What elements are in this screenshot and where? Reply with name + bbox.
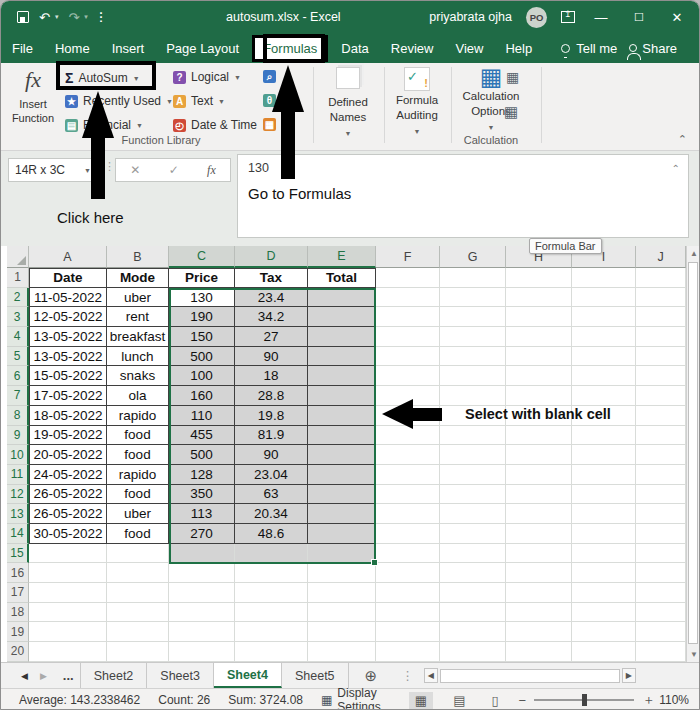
redo-caret-icon[interactable]: ▾: [84, 13, 88, 21]
cell-J17[interactable]: [636, 583, 686, 603]
cell-I1[interactable]: [572, 268, 636, 288]
cell-E7[interactable]: [308, 386, 376, 406]
vertical-scroll-thumb[interactable]: [688, 262, 698, 644]
column-header-D[interactable]: D: [235, 246, 308, 268]
cell-H19[interactable]: [506, 622, 572, 642]
maximize-button[interactable]: ☐: [627, 11, 651, 24]
cell-J2[interactable]: [636, 288, 686, 308]
cell-E12[interactable]: [308, 485, 376, 505]
cell-G13[interactable]: [440, 504, 506, 524]
cell-G19[interactable]: [440, 622, 506, 642]
cell-F1[interactable]: [376, 268, 440, 288]
cell-F5[interactable]: [376, 347, 440, 367]
cell-I18[interactable]: [572, 603, 636, 623]
cell-B1[interactable]: Mode: [107, 268, 169, 288]
tell-me-button[interactable]: Tell me: [561, 41, 617, 56]
cell-H3[interactable]: [506, 307, 572, 327]
cell-F15[interactable]: [376, 544, 440, 564]
row-header-6[interactable]: 6: [7, 366, 29, 386]
cell-E5[interactable]: [308, 347, 376, 367]
cell-H15[interactable]: [506, 544, 572, 564]
row-header-4[interactable]: 4: [7, 327, 29, 347]
scroll-left-icon[interactable]: ◀: [424, 668, 438, 683]
cell-I17[interactable]: [572, 583, 636, 603]
cell-I11[interactable]: [572, 465, 636, 485]
cell-A6[interactable]: 15-05-2022: [29, 366, 107, 386]
tab-view[interactable]: View: [444, 36, 494, 61]
cell-C14[interactable]: 270: [169, 524, 235, 544]
minimize-button[interactable]: —: [589, 10, 613, 25]
cell-J1[interactable]: [636, 268, 686, 288]
collapse-formula-bar-icon[interactable]: ⌃: [672, 163, 680, 174]
cell-C7[interactable]: 160: [169, 386, 235, 406]
cell-E20[interactable]: [308, 642, 376, 662]
cell-H10[interactable]: [506, 445, 572, 465]
share-button[interactable]: Share: [629, 41, 677, 56]
cell-E17[interactable]: [308, 583, 376, 603]
cell-D19[interactable]: [235, 622, 308, 642]
cell-F4[interactable]: [376, 327, 440, 347]
column-header-G[interactable]: G: [440, 246, 506, 268]
cell-D14[interactable]: 48.6: [235, 524, 308, 544]
cell-H17[interactable]: [506, 583, 572, 603]
cell-G16[interactable]: [440, 563, 506, 583]
cell-C10[interactable]: 500: [169, 445, 235, 465]
cell-E3[interactable]: [308, 307, 376, 327]
cell-I13[interactable]: [572, 504, 636, 524]
row-header-15[interactable]: 15: [7, 544, 29, 564]
customize-qat-icon[interactable]: ᎒: [98, 11, 105, 24]
cell-H9[interactable]: [506, 426, 572, 446]
cell-C19[interactable]: [169, 622, 235, 642]
cell-E15[interactable]: [308, 544, 376, 564]
column-header-J[interactable]: J: [636, 246, 686, 268]
tab-data[interactable]: Data: [330, 36, 379, 61]
cell-E10[interactable]: [308, 445, 376, 465]
scroll-right-icon[interactable]: ▶: [622, 668, 636, 683]
cell-C20[interactable]: [169, 642, 235, 662]
row-header-3[interactable]: 3: [7, 307, 29, 327]
cell-A14[interactable]: 30-05-2022: [29, 524, 107, 544]
cell-B11[interactable]: rapido: [107, 465, 169, 485]
cell-B18[interactable]: [107, 603, 169, 623]
cell-D13[interactable]: 20.34: [235, 504, 308, 524]
logical-button[interactable]: ? Logical▼: [173, 70, 241, 84]
cell-J9[interactable]: [636, 426, 686, 446]
cell-J20[interactable]: [636, 642, 686, 662]
horizontal-scroll-thumb[interactable]: [440, 669, 620, 683]
tab-help[interactable]: Help: [494, 36, 543, 61]
cell-J5[interactable]: [636, 347, 686, 367]
cell-D1[interactable]: Tax: [235, 268, 308, 288]
cell-D9[interactable]: 81.9: [235, 426, 308, 446]
cell-E8[interactable]: [308, 406, 376, 426]
cell-D20[interactable]: [235, 642, 308, 662]
cell-F18[interactable]: [376, 603, 440, 623]
insert-function-fx-icon[interactable]: fx: [207, 163, 216, 178]
cell-C6[interactable]: 100: [169, 366, 235, 386]
cell-G14[interactable]: [440, 524, 506, 544]
cell-F17[interactable]: [376, 583, 440, 603]
cell-E19[interactable]: [308, 622, 376, 642]
cell-J7[interactable]: [636, 386, 686, 406]
cell-G2[interactable]: [440, 288, 506, 308]
cell-D12[interactable]: 63: [235, 485, 308, 505]
cell-G9[interactable]: [440, 426, 506, 446]
cell-A10[interactable]: 20-05-2022: [29, 445, 107, 465]
cell-B2[interactable]: uber: [107, 288, 169, 308]
cell-H12[interactable]: [506, 485, 572, 505]
cell-G7[interactable]: [440, 386, 506, 406]
cell-D16[interactable]: [235, 563, 308, 583]
cell-B6[interactable]: snaks: [107, 366, 169, 386]
cell-E11[interactable]: [308, 465, 376, 485]
cell-E13[interactable]: [308, 504, 376, 524]
cell-C9[interactable]: 455: [169, 426, 235, 446]
collapse-ribbon-icon[interactable]: ⌃: [678, 133, 687, 146]
add-sheet-button[interactable]: ⊕: [349, 663, 394, 688]
page-break-view-button[interactable]: ▯: [485, 692, 504, 709]
cell-B10[interactable]: food: [107, 445, 169, 465]
cell-E1[interactable]: Total: [308, 268, 376, 288]
cell-F19[interactable]: [376, 622, 440, 642]
cell-F16[interactable]: [376, 563, 440, 583]
cell-J16[interactable]: [636, 563, 686, 583]
tab-file[interactable]: File: [1, 36, 44, 61]
zoom-slider[interactable]: [582, 694, 587, 706]
